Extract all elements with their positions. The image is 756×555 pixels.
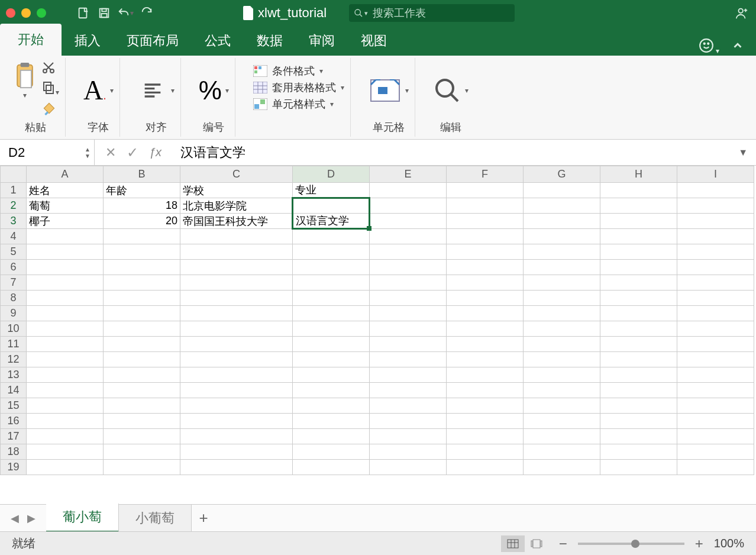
table-format-button[interactable]: 套用表格格式▾ <box>253 80 344 95</box>
emoji-icon[interactable]: ▾ <box>699 38 719 56</box>
name-box[interactable]: D2 ▲▼ <box>0 140 95 165</box>
conditional-format-button[interactable]: 条件格式▾ <box>253 64 344 78</box>
cell-D8[interactable] <box>293 291 370 306</box>
cell-G14[interactable] <box>524 383 600 398</box>
row-header-16[interactable]: 16 <box>1 414 27 429</box>
row-header-18[interactable]: 18 <box>1 444 27 460</box>
tab-home[interactable]: 开始 <box>0 24 62 56</box>
cell-I18[interactable] <box>677 444 754 460</box>
cell-A16[interactable] <box>27 414 104 429</box>
cell-I12[interactable] <box>677 352 754 367</box>
row-header-11[interactable]: 11 <box>1 337 27 352</box>
cell-F6[interactable] <box>447 260 524 275</box>
cell-G2[interactable] <box>524 198 600 214</box>
cell-F9[interactable] <box>447 306 524 321</box>
cell-C9[interactable] <box>180 306 293 321</box>
cell-B2[interactable]: 18 <box>104 198 180 214</box>
cell-F2[interactable] <box>447 198 524 214</box>
cell-B7[interactable] <box>104 275 180 291</box>
cell-B3[interactable]: 20 <box>104 214 180 229</box>
cell-I1[interactable] <box>677 183 754 198</box>
align-button[interactable]: ▾ <box>138 60 175 120</box>
minimize-window-button[interactable] <box>21 8 31 18</box>
paste-button[interactable]: ▾ <box>12 60 38 118</box>
cell-B9[interactable] <box>104 306 180 321</box>
cell-H7[interactable] <box>600 275 677 291</box>
cell-C6[interactable] <box>180 260 293 275</box>
column-header-D[interactable]: D <box>293 166 370 183</box>
cell-A1[interactable]: 姓名 <box>27 183 104 198</box>
cell-style-button[interactable]: 单元格样式▾ <box>253 97 344 111</box>
cell-C7[interactable] <box>180 275 293 291</box>
cell-D12[interactable] <box>293 352 370 367</box>
cell-E5[interactable] <box>370 244 447 260</box>
cell-E8[interactable] <box>370 291 447 306</box>
column-header-G[interactable]: G <box>524 166 600 183</box>
cell-A8[interactable] <box>27 291 104 306</box>
cell-I11[interactable] <box>677 337 754 352</box>
cell-F16[interactable] <box>447 414 524 429</box>
cell-B16[interactable] <box>104 414 180 429</box>
cell-E10[interactable] <box>370 321 447 337</box>
cell-C15[interactable] <box>180 398 293 414</box>
zoom-in-button[interactable]: + <box>695 535 703 552</box>
zoom-slider[interactable] <box>578 543 684 545</box>
cell-B14[interactable] <box>104 383 180 398</box>
cell-D11[interactable] <box>293 337 370 352</box>
cell-I2[interactable] <box>677 198 754 214</box>
number-button[interactable]: %▾ <box>199 60 229 120</box>
cell-B17[interactable] <box>104 429 180 444</box>
cell-B13[interactable] <box>104 367 180 383</box>
row-header-1[interactable]: 1 <box>1 183 27 198</box>
cell-H9[interactable] <box>600 306 677 321</box>
cell-C10[interactable] <box>180 321 293 337</box>
cell-I3[interactable] <box>677 214 754 229</box>
file-icon[interactable] <box>75 5 91 21</box>
cell-C13[interactable] <box>180 367 293 383</box>
cell-B10[interactable] <box>104 321 180 337</box>
copy-icon[interactable]: ▾ <box>41 80 59 97</box>
cell-B11[interactable] <box>104 337 180 352</box>
cell-G16[interactable] <box>524 414 600 429</box>
cell-C11[interactable] <box>180 337 293 352</box>
cell-A5[interactable] <box>27 244 104 260</box>
cell-I10[interactable] <box>677 321 754 337</box>
cell-E11[interactable] <box>370 337 447 352</box>
zoom-out-button[interactable]: − <box>559 535 567 552</box>
cell-H5[interactable] <box>600 244 677 260</box>
cell-E19[interactable] <box>370 460 447 475</box>
cell-E14[interactable] <box>370 383 447 398</box>
column-header-A[interactable]: A <box>27 166 104 183</box>
cell-A9[interactable] <box>27 306 104 321</box>
cell-F18[interactable] <box>447 444 524 460</box>
sheet-prev-icon[interactable]: ◀ <box>11 512 19 525</box>
cell-A14[interactable] <box>27 383 104 398</box>
cell-E15[interactable] <box>370 398 447 414</box>
row-header-17[interactable]: 17 <box>1 429 27 444</box>
cell-E9[interactable] <box>370 306 447 321</box>
cell-F3[interactable] <box>447 214 524 229</box>
tab-insert[interactable]: 插入 <box>62 26 114 56</box>
column-header-B[interactable]: B <box>104 166 180 183</box>
formula-expand-icon[interactable]: ▼ <box>738 147 756 158</box>
tab-layout[interactable]: 页面布局 <box>114 26 192 56</box>
cell-G7[interactable] <box>524 275 600 291</box>
cell-D15[interactable] <box>293 398 370 414</box>
spreadsheet-grid[interactable]: ABCDEFGHI1姓名年龄学校专业2葡萄18北京电影学院3椰子20帝国国王科技… <box>0 166 756 504</box>
cell-I4[interactable] <box>677 229 754 244</box>
cell-H16[interactable] <box>600 414 677 429</box>
cell-D17[interactable] <box>293 429 370 444</box>
cell-H18[interactable] <box>600 444 677 460</box>
formula-input[interactable]: 汉语言文学 <box>172 144 738 162</box>
redo-icon[interactable] <box>138 5 155 21</box>
cell-E13[interactable] <box>370 367 447 383</box>
column-header-I[interactable]: I <box>677 166 754 183</box>
cell-E2[interactable] <box>370 198 447 214</box>
cell-H4[interactable] <box>600 229 677 244</box>
accept-formula-icon[interactable]: ✓ <box>127 144 138 161</box>
tab-review[interactable]: 审阅 <box>296 26 348 56</box>
cell-F17[interactable] <box>447 429 524 444</box>
cell-E4[interactable] <box>370 229 447 244</box>
column-header-H[interactable]: H <box>600 166 677 183</box>
cell-H17[interactable] <box>600 429 677 444</box>
